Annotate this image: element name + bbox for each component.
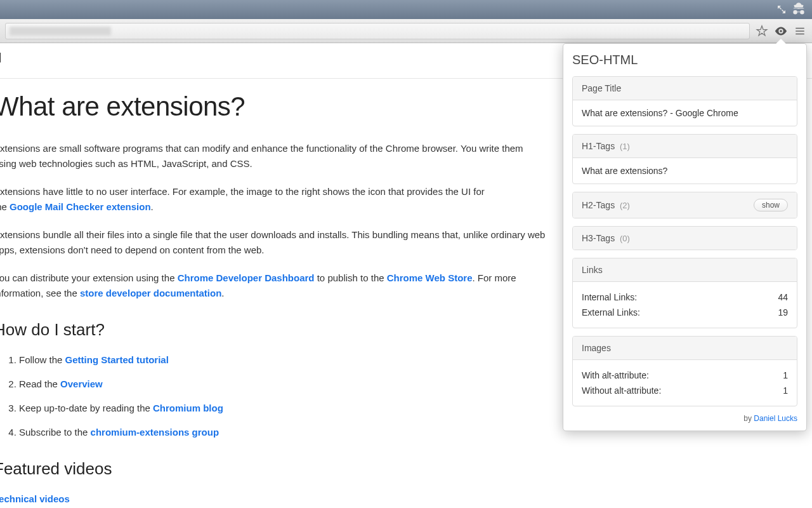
section-header-links: Links: [573, 258, 797, 282]
external-links-row: External Links:19: [582, 305, 788, 320]
intro-paragraph-1: Extensions are small software programs t…: [0, 141, 546, 171]
chromium-blog-link[interactable]: Chromium blog: [153, 403, 223, 413]
store-docs-link[interactable]: store developer documentation: [80, 288, 221, 298]
intro-paragraph-2: Extensions have little to no user interf…: [0, 184, 488, 215]
section-h3-tags: H3-Tags (0): [572, 226, 797, 250]
section-h1-tags: H1-Tags (1) What are extensions?: [572, 134, 797, 184]
popup-footer: by Daniel Lucks: [572, 414, 797, 423]
overview-link[interactable]: Overview: [60, 378, 103, 389]
fullscreen-icon[interactable]: [776, 4, 787, 15]
section-header-h3: H3-Tags (0): [573, 227, 797, 250]
show-h2-button[interactable]: show: [754, 199, 788, 211]
getting-started-link[interactable]: Getting Started tutorial: [65, 354, 169, 365]
intro-paragraph-4: You can distribute your extension using …: [0, 271, 546, 301]
dev-dashboard-link[interactable]: Chrome Developer Dashboard: [178, 272, 315, 283]
intro-paragraph-3: Extensions bundle all their files into a…: [0, 227, 546, 258]
video-links: Technical videos Developer snapshots (be…: [0, 491, 793, 508]
section-header-h2: H2-Tags (2) show: [573, 192, 797, 218]
browser-toolbar: [0, 19, 812, 43]
gmail-checker-link[interactable]: Google Mail Checker extension: [10, 201, 151, 212]
section-header-h1: H1-Tags (1): [573, 135, 797, 158]
extension-eye-icon[interactable]: [774, 24, 788, 38]
internal-links-row: Internal Links:44: [582, 290, 788, 305]
section-header-images: Images: [573, 337, 797, 360]
window-titlebar: [0, 0, 812, 19]
popup-title: SEO-HTML: [572, 53, 797, 67]
seo-html-popup: SEO-HTML Page Title What are extensions?…: [563, 43, 807, 431]
hamburger-menu-icon[interactable]: [793, 24, 807, 38]
logo-triangle-icon: [0, 53, 1, 63]
web-store-link[interactable]: Chrome Web Store: [387, 272, 473, 283]
section-header-page-title: Page Title: [573, 77, 797, 100]
section-h2-tags: H2-Tags (2) show: [572, 192, 797, 218]
bookmark-star-icon[interactable]: [755, 24, 769, 38]
heading-featured-videos: Featured videos: [0, 459, 793, 479]
section-images: Images With alt-attribute:1 Without alt-…: [572, 336, 797, 406]
url-blurred: [10, 27, 111, 36]
author-link[interactable]: Daniel Lucks: [754, 414, 797, 423]
incognito-icon: [790, 1, 807, 18]
section-page-title: Page Title What are extensions? - Google…: [572, 76, 797, 126]
without-alt-row: Without alt-attribute:1: [582, 383, 788, 398]
address-bar[interactable]: [5, 23, 750, 39]
technical-videos-link[interactable]: Technical videos: [0, 491, 793, 507]
with-alt-row: With alt-attribute:1: [582, 368, 788, 383]
page-title-value: What are extensions? - Google Chrome: [573, 100, 797, 126]
extensions-group-link[interactable]: chromium-extensions group: [91, 427, 219, 438]
h1-tag-value: What are extensions?: [573, 158, 797, 184]
section-links: Links Internal Links:44 External Links:1…: [572, 258, 797, 328]
